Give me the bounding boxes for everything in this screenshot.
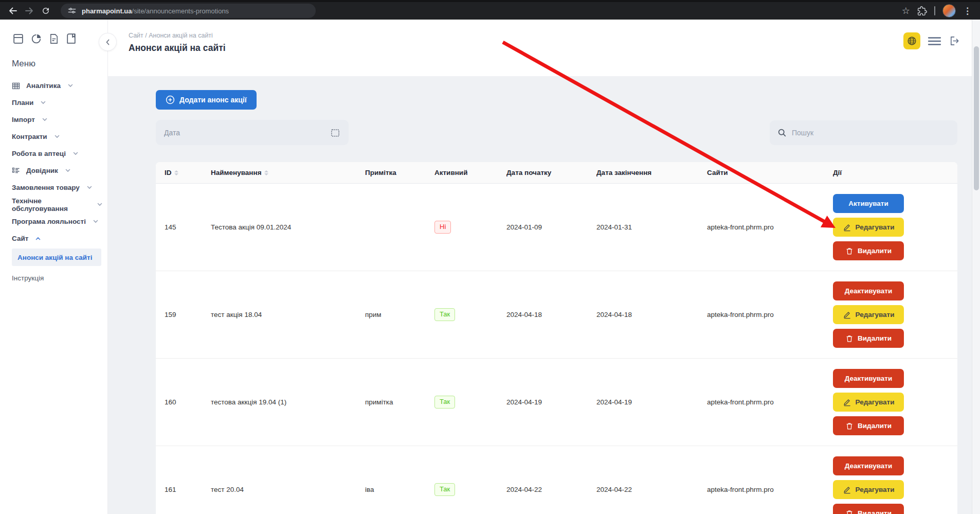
- chevron-down-icon: [87, 186, 92, 189]
- status-badge: Так: [434, 308, 455, 321]
- toolbar-divider: [934, 6, 935, 15]
- pencil-icon: [843, 310, 851, 319]
- cell-site: apteka-front.phrm.pro: [707, 398, 833, 406]
- back-icon[interactable]: [5, 3, 21, 19]
- breadcrumb[interactable]: Сайт / Анонси акцій на сайті: [129, 32, 959, 39]
- delete-button[interactable]: Видалити: [833, 416, 904, 435]
- menu-title: Меню: [12, 59, 107, 69]
- search-box[interactable]: [770, 120, 957, 145]
- book-icon[interactable]: [65, 32, 78, 46]
- page-title: Анонси акцій на сайті: [129, 43, 959, 54]
- trash-icon: [845, 509, 854, 514]
- edit-button[interactable]: Редагувати: [833, 305, 904, 324]
- column-header-name[interactable]: Найменування: [211, 169, 365, 176]
- search-input[interactable]: [792, 129, 950, 137]
- sidebar: Меню Аналітика Плани Імпорт Контракти Ро…: [0, 20, 108, 514]
- sidebar-item-label: Сайт: [12, 235, 28, 242]
- cell-date-end: 2024-04-22: [596, 486, 707, 493]
- sidebar-item-instruction[interactable]: Інструкція: [12, 274, 102, 282]
- deactivate-button[interactable]: Деактивувати: [833, 456, 904, 475]
- cell-name: тестова аккція 19.04 (1): [211, 398, 365, 406]
- browser-menu-icon[interactable]: ⋮: [963, 6, 972, 16]
- profile-avatar[interactable]: [942, 4, 956, 17]
- language-button[interactable]: [903, 32, 920, 49]
- delete-button[interactable]: Видалити: [833, 241, 904, 260]
- column-header-actions: Дії: [833, 169, 957, 176]
- search-icon: [777, 128, 787, 137]
- logout-icon: [949, 35, 960, 47]
- main-menu: Аналітика Плани Імпорт Контракти Робота …: [12, 77, 107, 282]
- analytics-grid-icon: [12, 82, 20, 90]
- pie-chart-icon[interactable]: [30, 32, 43, 46]
- sidebar-item-site-announcements[interactable]: Анонси акцій на сайті: [12, 249, 101, 266]
- sidebar-item-contracts[interactable]: Контракти: [12, 128, 102, 145]
- date-filter-input[interactable]: [164, 129, 330, 137]
- logout-button[interactable]: [949, 35, 960, 47]
- menu-toggle-button[interactable]: [928, 37, 941, 46]
- url-host: pharmapoint.ua: [82, 7, 132, 15]
- pencil-icon: [843, 223, 851, 232]
- bookmark-star-icon[interactable]: ☆: [902, 6, 910, 15]
- cell-note: примітка: [365, 398, 434, 406]
- sidebar-item-loyalty-program[interactable]: Програма лояльності: [12, 213, 102, 230]
- column-header-note: Примітка: [365, 169, 434, 176]
- sidebar-item-site[interactable]: Сайт: [12, 230, 102, 247]
- cell-id: 161: [165, 486, 211, 493]
- date-filter[interactable]: [156, 120, 349, 145]
- scrollbar-thumb[interactable]: [974, 46, 979, 190]
- sidebar-item-plans[interactable]: Плани: [12, 94, 102, 111]
- document-icon[interactable]: [48, 32, 60, 46]
- content-area: Додати анонс акції ID: [108, 76, 980, 514]
- deactivate-button[interactable]: Деактивувати: [833, 281, 904, 300]
- column-header-date-start: Дата початку: [506, 169, 596, 176]
- cell-note: прим: [365, 311, 434, 318]
- sidebar-collapse-button[interactable]: [99, 33, 116, 50]
- sidebar-item-maintenance[interactable]: Технічне обслуговування: [12, 196, 102, 213]
- cell-date-start: 2024-04-18: [506, 311, 596, 318]
- chevron-down-icon: [68, 84, 73, 87]
- sidebar-item-goods-orders[interactable]: Замовлення товару: [12, 179, 102, 196]
- delete-button[interactable]: Видалити: [833, 329, 904, 348]
- add-announcement-button[interactable]: Додати анонс акції: [156, 90, 257, 110]
- sidebar-item-directory[interactable]: Довідник: [12, 162, 102, 179]
- table-row: 160 тестова аккція 19.04 (1) примітка Та…: [156, 359, 957, 446]
- sidebar-item-label: Імпорт: [12, 116, 35, 123]
- trash-icon: [845, 422, 854, 430]
- calendar-icon[interactable]: [330, 128, 340, 138]
- sidebar-item-label: Технічне обслуговування: [12, 197, 90, 212]
- pencil-icon: [843, 398, 851, 406]
- cell-date-end: 2024-04-18: [596, 311, 707, 318]
- activate-button[interactable]: Активувати: [833, 194, 904, 213]
- edit-button[interactable]: Редагувати: [833, 480, 904, 499]
- sidebar-item-analytics[interactable]: Аналітика: [12, 77, 102, 94]
- forward-icon[interactable]: [22, 3, 37, 19]
- reload-icon[interactable]: [38, 3, 53, 19]
- cell-site: apteka-front.phrm.pro: [707, 311, 833, 318]
- chevron-down-icon: [73, 152, 78, 155]
- address-bar[interactable]: pharmapoint.ua/site/announcements-promot…: [61, 4, 316, 18]
- sort-icon: [174, 170, 178, 175]
- archive-box-icon[interactable]: [12, 32, 25, 46]
- deactivate-button[interactable]: Деактивувати: [833, 369, 904, 388]
- chevron-up-icon: [35, 237, 41, 240]
- delete-button[interactable]: Видалити: [833, 504, 904, 514]
- announcements-table: ID Найменування Примітка Активний Дата п…: [156, 162, 957, 514]
- extensions-puzzle-icon[interactable]: [917, 6, 927, 16]
- sidebar-item-import[interactable]: Імпорт: [12, 111, 102, 128]
- edit-button[interactable]: Редагувати: [833, 218, 904, 237]
- url-path: /site/announcements-promotions: [132, 7, 229, 15]
- cell-name: тест акція 18.04: [211, 311, 365, 318]
- sidebar-item-pharmacy-work[interactable]: Робота в аптеці: [12, 145, 102, 162]
- chevron-down-icon: [65, 169, 70, 172]
- column-header-id[interactable]: ID: [165, 169, 211, 176]
- cell-id: 160: [165, 398, 211, 406]
- sidebar-item-label: Контракти: [12, 133, 47, 140]
- page-scrollbar[interactable]: [972, 20, 980, 514]
- status-badge: Так: [434, 483, 455, 495]
- url-text: pharmapoint.ua/site/announcements-promot…: [82, 6, 229, 15]
- chevron-down-icon: [55, 135, 60, 138]
- edit-button[interactable]: Редагувати: [833, 393, 904, 412]
- chevron-down-icon: [42, 118, 47, 121]
- chevron-down-icon: [97, 203, 102, 206]
- cell-date-start: 2024-01-09: [506, 223, 596, 231]
